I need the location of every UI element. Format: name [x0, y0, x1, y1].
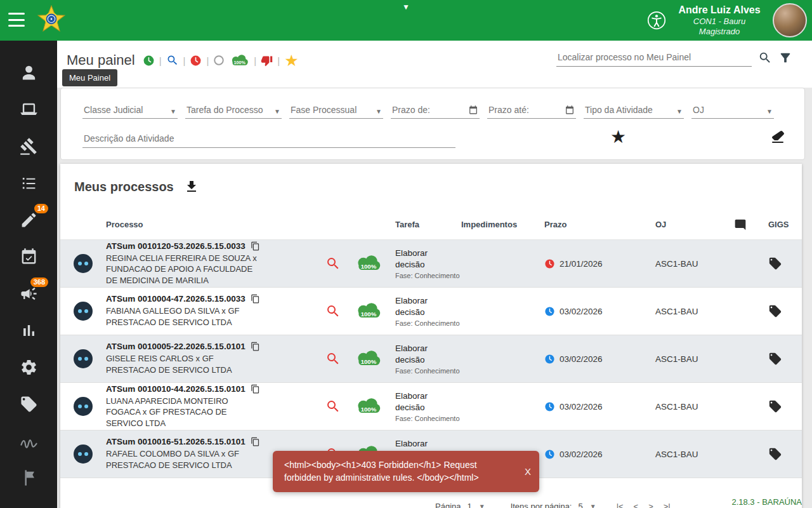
- oj-cell: ASC1-BAU: [645, 259, 721, 269]
- process-number[interactable]: ATSum 0010010-44.2026.5.15.0101: [106, 384, 246, 394]
- tag-icon[interactable]: [768, 399, 782, 413]
- favorite-star-button[interactable]: ★: [610, 126, 626, 148]
- descricao-atividade-input[interactable]: [82, 128, 455, 148]
- sidebar-item-tag[interactable]: [17, 392, 40, 415]
- copy-icon[interactable]: [251, 342, 260, 351]
- first-page-button[interactable]: |<: [617, 502, 624, 508]
- items-per-page-select[interactable]: 5▼: [578, 502, 596, 508]
- filter-prazo-de[interactable]: Prazo de:: [391, 96, 480, 119]
- sidebar-item-bar-chart[interactable]: [17, 319, 40, 342]
- topbar: ▼ Andre Luiz Alves CON1 - Bauru Magistra…: [0, 0, 812, 41]
- progress-cloud-icon: 100%: [354, 349, 382, 368]
- task-fase: Fase: Conhecimento: [395, 415, 461, 422]
- copy-icon[interactable]: [251, 384, 260, 394]
- filter-tipo-atividade[interactable]: Tipo da Atividade▼: [584, 96, 684, 119]
- sidebar-item-gear[interactable]: [17, 356, 40, 378]
- star-icon[interactable]: ★: [284, 53, 298, 69]
- task-link[interactable]: Elaborar decisão: [395, 248, 449, 270]
- chevron-down-icon[interactable]: ▼: [402, 3, 410, 11]
- tag-icon[interactable]: [768, 257, 782, 271]
- sidebar-item-gavel[interactable]: [17, 135, 40, 157]
- copy-icon[interactable]: [251, 294, 260, 304]
- process-number[interactable]: ATSum 0010004-47.2026.5.15.0033: [106, 294, 246, 304]
- eraser-clear-button[interactable]: [770, 129, 785, 146]
- accessibility-icon[interactable]: [647, 11, 666, 30]
- tag-icon[interactable]: [768, 352, 782, 366]
- copy-icon[interactable]: [251, 241, 260, 251]
- sidebar-item-laptop[interactable]: [17, 98, 40, 121]
- process-avatar-icon: [74, 397, 93, 416]
- sidebar-item-calendar-check[interactable]: [17, 245, 40, 268]
- inspect-icon[interactable]: [325, 351, 341, 366]
- deadline-clock-icon: [544, 401, 555, 412]
- chevron-down-icon: ▼: [170, 108, 176, 115]
- inspect-icon[interactable]: [325, 304, 341, 319]
- table-row: ATSum 0010120-53.2026.5.15.0033 REGINA C…: [60, 240, 802, 288]
- download-icon[interactable]: [184, 179, 199, 194]
- progress-cloud-icon: 100%: [354, 397, 382, 416]
- deadline-date: 03/02/2026: [560, 402, 603, 411]
- search-icon[interactable]: [758, 51, 772, 67]
- process-number[interactable]: ATSum 0010016-51.2026.5.15.0101: [106, 437, 246, 446]
- filter-fase-processual[interactable]: Fase Processual▼: [289, 96, 383, 119]
- filter-tarefa-processo[interactable]: Tarefa do Processo▼: [185, 96, 282, 119]
- sidebar-item-flag[interactable]: [17, 466, 40, 489]
- oj-cell: ASC1-BAU: [645, 402, 721, 411]
- toast-close-button[interactable]: X: [525, 466, 531, 477]
- sidebar-item-task-list[interactable]: [17, 171, 40, 194]
- search-area: [556, 48, 792, 67]
- process-parties: FABIANA GALLEGO DA SILVA x GF PRESTACAO …: [106, 305, 261, 328]
- search-input[interactable]: [556, 48, 752, 67]
- clock-green-icon[interactable]: [143, 55, 155, 67]
- prev-page-button[interactable]: <: [634, 502, 639, 508]
- inspect-icon[interactable]: [325, 256, 341, 271]
- chevron-down-icon: ▼: [479, 503, 485, 508]
- clock-red-icon[interactable]: [190, 55, 202, 67]
- sidebar: 14 368: [0, 41, 57, 508]
- search-blue-icon[interactable]: [166, 54, 179, 67]
- filter-prazo-ate[interactable]: Prazo até:: [487, 96, 576, 119]
- process-avatar-icon: [74, 349, 93, 368]
- sidebar-item-edit[interactable]: 14: [17, 208, 40, 231]
- panel-toolbar: | | | 100%: [143, 53, 299, 69]
- main-content: Meu painel | | |: [57, 41, 812, 508]
- coat-of-arms-logo: [36, 4, 67, 36]
- process-avatar-icon: [74, 302, 93, 321]
- user-info[interactable]: Andre Luiz Alves CON1 - Bauru Magistrado: [675, 4, 764, 37]
- cloud-100-icon[interactable]: 100%: [229, 54, 249, 67]
- thumbs-down-icon[interactable]: [261, 55, 273, 67]
- process-number[interactable]: ATSum 0010005-22.2026.5.15.0101: [106, 342, 246, 351]
- process-avatar-icon: [74, 254, 93, 273]
- calendar-icon: [468, 105, 478, 115]
- toast-message: <html><body><h1>403 Forbidden</h1> Reque…: [284, 460, 479, 483]
- deadline-date: 03/02/2026: [560, 354, 603, 364]
- tag-icon[interactable]: [768, 447, 782, 461]
- task-link[interactable]: Elaborar decisão: [395, 343, 449, 365]
- page-select[interactable]: 1▼: [467, 502, 485, 508]
- last-page-button[interactable]: >|: [664, 502, 671, 508]
- copy-icon[interactable]: [251, 437, 260, 446]
- ring-icon[interactable]: [213, 55, 225, 66]
- filter-funnel-icon[interactable]: [778, 51, 792, 67]
- sidebar-item-megaphone[interactable]: 368: [17, 282, 40, 305]
- sidebar-item-signature[interactable]: [17, 429, 40, 452]
- next-page-button[interactable]: >: [648, 502, 653, 508]
- filter-oj[interactable]: OJ▼: [691, 96, 774, 119]
- progress-cloud-icon: 100%: [354, 254, 382, 273]
- processes-title: Meus processos: [74, 180, 174, 194]
- deadline-date: 03/02/2026: [560, 307, 603, 316]
- tag-icon[interactable]: [768, 304, 782, 318]
- inspect-icon[interactable]: [325, 399, 341, 414]
- sidebar-item-user[interactable]: [17, 61, 40, 84]
- filter-card: Classe Judicial▼ Tarefa do Processo▼ Fas…: [60, 88, 805, 160]
- deadline-clock-icon: [544, 449, 555, 460]
- comment-icon: [734, 218, 747, 231]
- titlebar: Meu painel | | |: [57, 41, 812, 88]
- process-number[interactable]: ATSum 0010120-53.2026.5.15.0033: [106, 241, 246, 251]
- task-link[interactable]: Elaborar decisão: [395, 391, 449, 413]
- task-link[interactable]: Elaborar decisão: [395, 295, 449, 318]
- menu-button[interactable]: [8, 13, 25, 27]
- page-label: Página: [435, 502, 461, 508]
- avatar[interactable]: [773, 3, 807, 37]
- filter-classe-judicial[interactable]: Classe Judicial▼: [82, 96, 178, 119]
